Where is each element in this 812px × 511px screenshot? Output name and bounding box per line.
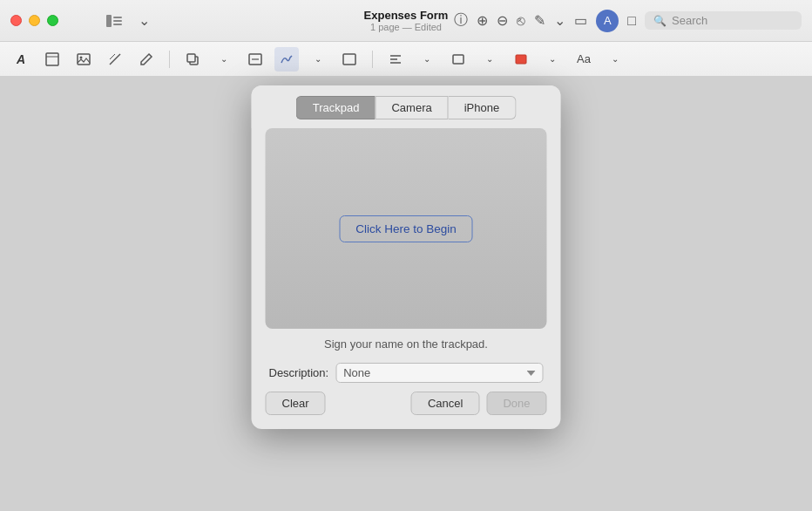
sidebar-toggle-icon[interactable] (102, 9, 126, 33)
chevron-copy-icon[interactable]: ⌄ (212, 47, 236, 72)
svg-line-8 (110, 54, 120, 65)
search-label: Search (672, 14, 707, 27)
document-title: Expenses Form (364, 9, 449, 22)
svg-rect-19 (516, 55, 526, 64)
share-icon[interactable]: ⎋ (517, 13, 525, 29)
svg-rect-6 (78, 54, 90, 65)
border-chevron-icon[interactable]: ⌄ (477, 47, 502, 72)
annotate-icon[interactable] (103, 47, 127, 72)
description-row: Description: None (252, 356, 561, 386)
window-controls (10, 15, 58, 26)
signature-icon[interactable] (274, 47, 299, 72)
svg-rect-2 (113, 20, 122, 22)
toolbar: A ⌄ ⌄ ⌄ ⌄ ⌄ Aa ⌄ (0, 42, 812, 77)
tab-row: Trackpad Camera iPhone (252, 85, 561, 128)
tab-trackpad[interactable]: Trackpad (296, 96, 376, 119)
titlebar: ⌄ Expenses Form 1 page — Edited ⓘ ⊕ ⊖ ⎋ … (0, 0, 812, 42)
user-icon[interactable]: A (596, 10, 619, 32)
svg-line-9 (110, 54, 115, 59)
svg-rect-11 (187, 54, 195, 62)
svg-point-7 (80, 56, 83, 58)
titlebar-center: Expenses Form 1 page — Edited (364, 9, 449, 32)
maximize-button[interactable] (47, 15, 58, 26)
chevron-down-icon[interactable]: ⌄ (139, 12, 150, 29)
color-icon[interactable] (509, 47, 533, 72)
zoom-in-icon[interactable]: ⊕ (477, 12, 488, 29)
svg-rect-14 (343, 54, 355, 65)
signature-chevron-icon[interactable]: ⌄ (306, 47, 330, 72)
signature-dialog: Trackpad Camera iPhone Click Here to Beg… (252, 85, 561, 429)
close-button[interactable] (10, 15, 22, 26)
search-bar[interactable]: 🔍 Search (645, 11, 802, 30)
sign-instruction: Sign your name on the trackpad. (252, 329, 561, 356)
search-magnifier-icon: 🔍 (653, 15, 667, 27)
tab-camera[interactable]: Camera (375, 96, 448, 119)
svg-rect-18 (453, 55, 464, 64)
toolbar-divider-2 (372, 51, 373, 68)
minimize-button[interactable] (29, 15, 40, 26)
titlebar-icons: ⌄ (102, 9, 150, 33)
titlebar-right: ⓘ ⊕ ⊖ ⎋ ✎ ⌄ ▭ A □ 🔍 Search (454, 10, 802, 32)
font-icon[interactable]: Aa (572, 47, 596, 72)
description-select[interactable]: None (335, 363, 543, 383)
font-chevron-icon[interactable]: ⌄ (603, 47, 627, 72)
svg-rect-3 (113, 24, 122, 25)
toolbar-divider-1 (169, 51, 170, 68)
text-tool-icon[interactable]: A (9, 47, 33, 72)
svg-rect-4 (46, 53, 58, 65)
color-chevron-icon[interactable]: ⌄ (540, 47, 565, 72)
cancel-button[interactable]: Cancel (411, 392, 479, 415)
zoom-out-icon[interactable]: ⊖ (497, 12, 508, 29)
document-subtitle: 1 page — Edited (364, 22, 449, 32)
signature-canvas[interactable]: Click Here to Begin (266, 128, 547, 329)
text-box-icon[interactable] (243, 47, 267, 72)
info-icon[interactable]: ⓘ (454, 11, 468, 30)
tab-iphone[interactable]: iPhone (449, 96, 516, 119)
description-label: Description: (269, 366, 329, 379)
svg-rect-1 (113, 17, 122, 18)
rectangle-icon[interactable] (337, 47, 362, 72)
copy-icon[interactable] (180, 47, 205, 72)
add-page-icon[interactable]: ▭ (574, 12, 587, 29)
page-layout-icon[interactable] (40, 47, 64, 72)
main-area: Trackpad Camera iPhone Click Here to Beg… (0, 77, 812, 511)
align-chevron-icon[interactable]: ⌄ (415, 47, 439, 72)
pencil-icon[interactable] (134, 47, 159, 72)
pen-icon[interactable]: ✎ (534, 12, 545, 29)
btn-group-right: Cancel Done (411, 392, 547, 415)
comment-icon[interactable]: □ (627, 13, 636, 29)
clear-button[interactable]: Clear (266, 392, 326, 415)
align-icon[interactable] (383, 47, 408, 72)
done-button: Done (486, 392, 546, 415)
click-here-button[interactable]: Click Here to Begin (339, 215, 473, 242)
image-tool-icon[interactable] (71, 47, 96, 72)
pen-chevron-icon[interactable]: ⌄ (554, 12, 565, 29)
border-icon[interactable] (446, 47, 470, 72)
svg-rect-0 (106, 15, 112, 27)
action-row: Clear Cancel Done (252, 386, 561, 415)
